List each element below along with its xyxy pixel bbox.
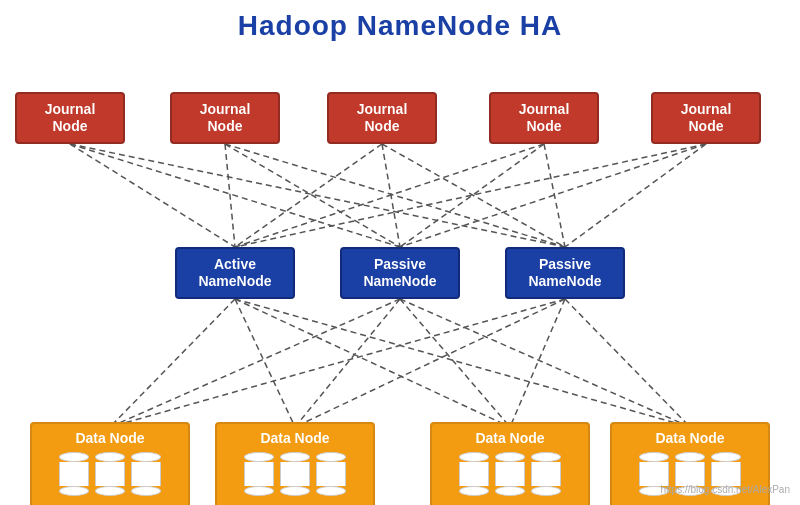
svg-line-19 bbox=[110, 299, 400, 427]
active-namenode: ActiveNameNode bbox=[175, 247, 295, 299]
passive-namenode-2: PassiveNameNode bbox=[505, 247, 625, 299]
journal-node-1: JournalNode bbox=[15, 92, 125, 144]
svg-line-4 bbox=[225, 144, 400, 247]
journal-node-2: JournalNode bbox=[170, 92, 280, 144]
svg-line-21 bbox=[400, 299, 510, 427]
svg-line-7 bbox=[382, 144, 400, 247]
db-icons-1 bbox=[59, 452, 161, 496]
svg-line-24 bbox=[295, 299, 565, 427]
diagram-container: JournalNode JournalNode JournalNode Jour… bbox=[0, 47, 800, 505]
journal-node-5: JournalNode bbox=[651, 92, 761, 144]
svg-line-12 bbox=[235, 144, 706, 247]
journal-node-3: JournalNode bbox=[327, 92, 437, 144]
svg-line-20 bbox=[295, 299, 400, 427]
svg-line-9 bbox=[235, 144, 544, 247]
svg-line-14 bbox=[565, 144, 706, 247]
svg-line-15 bbox=[110, 299, 235, 427]
watermark: https://blog.csdn.net/AlexPan bbox=[660, 484, 790, 495]
data-node-3-label: Data Node bbox=[475, 430, 544, 446]
data-node-2-label: Data Node bbox=[260, 430, 329, 446]
db-icons-2 bbox=[244, 452, 346, 496]
svg-line-10 bbox=[400, 144, 544, 247]
data-node-1-label: Data Node bbox=[75, 430, 144, 446]
svg-line-2 bbox=[70, 144, 565, 247]
svg-line-0 bbox=[70, 144, 235, 247]
svg-line-22 bbox=[400, 299, 690, 427]
svg-line-16 bbox=[235, 299, 295, 427]
svg-line-8 bbox=[382, 144, 565, 247]
page-title: Hadoop NameNode HA bbox=[0, 0, 800, 42]
svg-line-6 bbox=[235, 144, 382, 247]
svg-line-26 bbox=[565, 299, 690, 427]
svg-line-25 bbox=[510, 299, 565, 427]
svg-line-13 bbox=[400, 144, 706, 247]
svg-line-23 bbox=[110, 299, 565, 427]
svg-line-5 bbox=[225, 144, 565, 247]
data-node-1: Data Node bbox=[30, 422, 190, 505]
journal-node-4: JournalNode bbox=[489, 92, 599, 144]
db-icons-3 bbox=[459, 452, 561, 496]
passive-namenode-1: PassiveNameNode bbox=[340, 247, 460, 299]
svg-line-17 bbox=[235, 299, 510, 427]
svg-line-3 bbox=[225, 144, 235, 247]
data-node-4-label: Data Node bbox=[655, 430, 724, 446]
data-node-3: Data Node bbox=[430, 422, 590, 505]
svg-line-18 bbox=[235, 299, 690, 427]
data-node-2: Data Node bbox=[215, 422, 375, 505]
svg-line-11 bbox=[544, 144, 565, 247]
svg-line-1 bbox=[70, 144, 400, 247]
